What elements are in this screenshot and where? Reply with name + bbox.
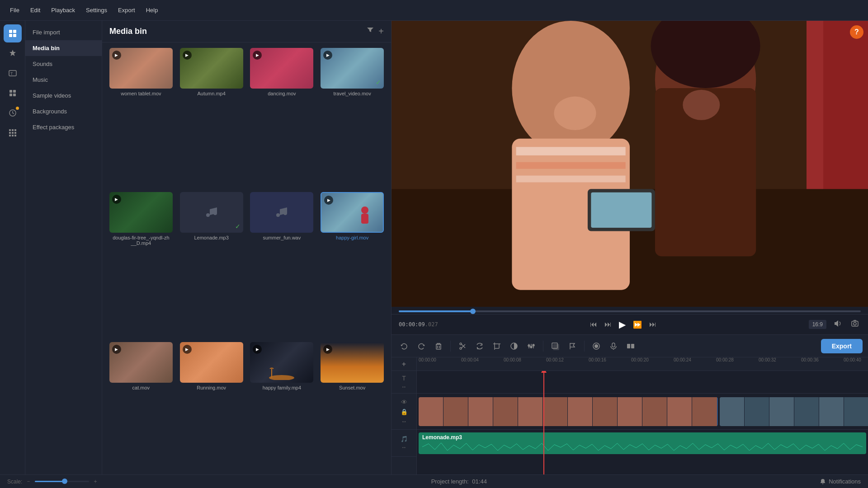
ruler-mark-7: 00:00:28 xyxy=(716,357,734,362)
play-icon: ▶ xyxy=(183,51,192,60)
scale-handle[interactable] xyxy=(62,479,67,484)
svg-point-46 xyxy=(854,323,856,325)
screenshot-button[interactable] xyxy=(849,318,861,331)
media-thumb-cat: ▶ xyxy=(109,342,173,383)
nav-media-bin[interactable]: Media bin xyxy=(25,40,102,56)
notifications-button[interactable]: Notifications xyxy=(820,478,861,485)
svg-rect-18 xyxy=(12,135,14,136)
media-item-cat[interactable]: ▶ cat.mov xyxy=(108,342,175,483)
delete-button[interactable] xyxy=(431,339,446,353)
menubar: File Edit Playback Settings Export Help xyxy=(0,0,868,21)
timeline-ruler[interactable]: 00:00:00 00:00:04 00:00:08 00:00:12 00:0… xyxy=(417,357,868,371)
media-item-happy-girl[interactable]: ▶ happy-girl.mov xyxy=(319,192,386,338)
aspect-ratio-button[interactable]: 16:9 xyxy=(809,320,826,329)
nav-music[interactable]: Music xyxy=(25,72,102,88)
sidebar-icon-media[interactable] xyxy=(4,24,22,42)
title-track[interactable] xyxy=(417,371,868,394)
media-item-sunset[interactable]: ▶ Sunset.mov xyxy=(319,342,386,483)
filter-icon[interactable] xyxy=(367,26,374,37)
media-item-travel[interactable]: ▶ ✓ travel_video.mov xyxy=(319,48,386,188)
crop-button[interactable] xyxy=(490,339,504,353)
next-frame-button[interactable]: ⏩ xyxy=(631,319,644,331)
ruler-marks-container: 00:00:00 00:00:04 00:00:08 00:00:12 00:0… xyxy=(419,357,866,371)
track-lock-button[interactable]: 🔒 xyxy=(401,408,408,415)
help-button[interactable]: ? xyxy=(850,25,863,39)
audio-track[interactable]: Lemonade.mp3 xyxy=(417,430,868,457)
media-thumb-women-tablet: ▶ xyxy=(109,48,173,89)
sidebar-icon-titles[interactable]: T xyxy=(4,64,22,82)
subtitle-tool-button[interactable]: ↔ xyxy=(401,384,407,390)
nav-sounds[interactable]: Sounds xyxy=(25,56,102,72)
sidebar-icon-pin[interactable] xyxy=(4,44,22,62)
mic-button[interactable] xyxy=(606,339,621,353)
menu-settings[interactable]: Settings xyxy=(80,3,113,17)
nav-backgrounds[interactable]: Backgrounds xyxy=(25,103,102,119)
scale-down-icon[interactable]: － xyxy=(26,478,31,485)
sidebar-icon-clock[interactable] xyxy=(4,104,22,122)
overlay-button[interactable] xyxy=(548,339,562,353)
svg-rect-11 xyxy=(9,129,11,131)
audio-lock-button[interactable]: ↔ xyxy=(401,444,407,450)
record-button[interactable] xyxy=(589,339,604,353)
volume-button[interactable] xyxy=(832,318,844,331)
audio-eye-button[interactable]: 🎵 xyxy=(401,436,408,442)
sidebar-icon-fx[interactable] xyxy=(4,84,22,102)
media-item-douglas[interactable]: ▶ douglas-fir-tree_-yqndl-zh__D.mp4 xyxy=(108,192,175,338)
menu-help[interactable]: Help xyxy=(141,3,164,17)
media-grid: ▶ women tablet.mov ▶ Autumn.mp4 ▶ dancin… xyxy=(102,42,391,488)
menu-export[interactable]: Export xyxy=(113,3,141,17)
prev-frame-button[interactable]: ⏭ xyxy=(603,319,613,330)
skip-end-button[interactable]: ⏭ xyxy=(647,319,658,330)
svg-rect-9 xyxy=(13,94,16,96)
scale-up-icon[interactable]: ＋ xyxy=(93,478,98,485)
svg-rect-36 xyxy=(516,162,626,169)
skip-start-button[interactable]: ⏮ xyxy=(588,319,599,330)
undo-button[interactable] xyxy=(397,339,411,353)
progress-bar[interactable] xyxy=(399,310,861,312)
music-icon xyxy=(274,204,289,221)
flag-button[interactable] xyxy=(565,339,580,353)
color-button[interactable] xyxy=(507,339,521,353)
progress-fill xyxy=(399,310,473,312)
cut-button[interactable] xyxy=(455,339,470,353)
add-track-button[interactable]: + xyxy=(402,360,406,368)
media-item-happy-family[interactable]: ▶ happy family.mp4 xyxy=(249,342,316,483)
menu-playback[interactable]: Playback xyxy=(46,3,80,17)
redo-button[interactable] xyxy=(414,339,429,353)
track-audio-button[interactable]: ↔ xyxy=(401,418,407,425)
text-tool-button[interactable]: T xyxy=(402,375,406,382)
video-clip-women[interactable] xyxy=(419,397,718,426)
adjust-button[interactable] xyxy=(524,339,538,353)
nav-effect-packages[interactable]: Effect packages xyxy=(25,119,102,135)
media-item-autumn[interactable]: ▶ Autumn.mp4 xyxy=(178,48,245,188)
progress-handle[interactable] xyxy=(470,309,476,314)
track-eye-button[interactable]: 👁 xyxy=(401,399,407,406)
svg-point-66 xyxy=(594,344,598,348)
sidebar-icon-grid[interactable] xyxy=(4,124,22,142)
media-item-summer-fun[interactable]: summer_fun.wav xyxy=(249,192,316,338)
media-thumb-running: ▶ xyxy=(180,342,243,383)
nav-sample-videos[interactable]: Sample videos xyxy=(25,88,102,103)
media-header-actions: + xyxy=(367,26,384,37)
media-item-running[interactable]: ▶ Running.mov xyxy=(178,342,245,483)
video-track[interactable] xyxy=(417,394,868,430)
menu-file[interactable]: File xyxy=(5,3,25,17)
add-media-icon[interactable]: + xyxy=(378,26,384,37)
svg-rect-35 xyxy=(516,147,626,155)
video-clip-travel[interactable] xyxy=(720,397,868,426)
menu-edit[interactable]: Edit xyxy=(25,3,46,17)
split-button[interactable] xyxy=(623,339,638,353)
media-item-lemonade[interactable]: ✓ Lemonade.mp3 xyxy=(178,192,245,338)
loop-button[interactable] xyxy=(472,339,487,353)
nav-file-import[interactable]: File import xyxy=(25,24,102,40)
svg-rect-45 xyxy=(852,321,858,326)
media-label-happy-family: happy family.mp4 xyxy=(263,385,301,390)
playhead[interactable] xyxy=(543,371,544,484)
scale-slider[interactable] xyxy=(35,481,89,482)
play-button[interactable]: ▶ xyxy=(617,317,627,332)
svg-rect-15 xyxy=(12,132,14,134)
audio-clip-lemonade[interactable]: Lemonade.mp3 xyxy=(419,432,866,454)
media-item-dancing[interactable]: ▶ dancing.mov xyxy=(249,48,316,188)
export-button[interactable]: Export xyxy=(821,339,863,353)
media-item-women-tablet[interactable]: ▶ women tablet.mov xyxy=(108,48,175,188)
